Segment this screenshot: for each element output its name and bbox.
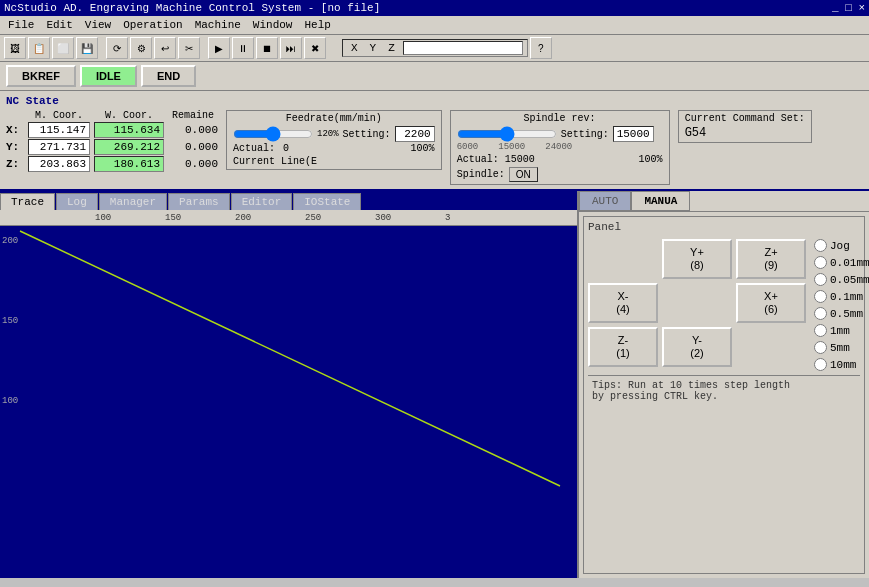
toolbar-btn-3[interactable]: ⬜ <box>52 37 74 59</box>
radio-01mm-input[interactable] <box>814 290 827 303</box>
skip-btn[interactable]: ⏭ <box>280 37 302 59</box>
pause-btn[interactable]: ⏸ <box>232 37 254 59</box>
panel-inner: Y+ (8) Z+ (9) X- (4) X+ (6) Z- (1) Y- (2… <box>588 239 860 375</box>
feedrate-actual-label: Actual: <box>233 143 275 154</box>
spindle-label-6000: 6000 <box>457 142 479 152</box>
toolbar: 🖼 📋 ⬜ 💾 ⟳ ⚙ ↩ ✂ ▶ ⏸ ⏹ ⏭ ✖ X Y Z ? <box>0 35 869 62</box>
radio-001mm[interactable]: 0.01mm <box>814 256 869 269</box>
col-header-remain: Remaine <box>168 110 218 121</box>
feedrate-actual-value: 0 <box>283 143 289 154</box>
ruler-mark-250: 250 <box>305 213 321 223</box>
radio-jog-input[interactable] <box>814 239 827 252</box>
tips-text: Tips: Run at 10 times step lengthby pres… <box>592 380 790 402</box>
radio-001mm-input[interactable] <box>814 256 827 269</box>
radio-jog[interactable]: Jog <box>814 239 869 252</box>
spindle-on-btn[interactable]: ON <box>509 167 538 182</box>
radio-5mm-input[interactable] <box>814 341 827 354</box>
feedrate-slider[interactable] <box>233 126 313 142</box>
menu-item-file[interactable]: File <box>2 17 40 33</box>
feedrate-title: Feedrate(mm/min) <box>233 113 435 124</box>
tips-section: Tips: Run at 10 times step lengthby pres… <box>588 375 860 406</box>
tab-log[interactable]: Log <box>56 193 98 210</box>
toolbar-btn-5[interactable]: ⟳ <box>106 37 128 59</box>
tab-trace[interactable]: Trace <box>0 193 55 210</box>
jog-empty-1 <box>588 239 658 279</box>
tab-params[interactable]: Params <box>168 193 230 210</box>
stop-btn[interactable]: ⏹ <box>256 37 278 59</box>
radio-10mm[interactable]: 10mm <box>814 358 869 371</box>
spindle-percent: 100% <box>639 154 663 165</box>
menu-item-help[interactable]: Help <box>298 17 336 33</box>
menu-bar: FileEditViewOperationMachineWindowHelp <box>0 16 869 35</box>
radio-01mm[interactable]: 0.1mm <box>814 290 869 303</box>
toolbar-btn-4[interactable]: 💾 <box>76 37 98 59</box>
menu-item-operation[interactable]: Operation <box>117 17 188 33</box>
menu-item-machine[interactable]: Machine <box>189 17 247 33</box>
feedrate-percent: 100% <box>411 143 435 154</box>
z-axis-label: Z: <box>6 158 24 170</box>
x-wcoor: 115.634 <box>94 122 164 138</box>
nc-state-title: NC State <box>6 95 863 107</box>
toolbar-btn-6[interactable]: ⚙ <box>130 37 152 59</box>
z-wcoor: 180.613 <box>94 156 164 172</box>
radio-5mm[interactable]: 5mm <box>814 341 869 354</box>
ruler-mark-3: 3 <box>445 213 450 223</box>
command-value: G54 <box>685 126 805 140</box>
toolbar-btn-1[interactable]: 🖼 <box>4 37 26 59</box>
help-btn[interactable]: ? <box>530 37 552 59</box>
radio-1mm[interactable]: 1mm <box>814 324 869 337</box>
tab-manager[interactable]: Manager <box>99 193 167 210</box>
col-header-mcoor: M. Coor. <box>28 110 90 121</box>
spindle-setting-value: 15000 <box>613 126 654 142</box>
radio-05mm[interactable]: 0.5mm <box>814 307 869 320</box>
feedrate-max: 120% <box>317 129 339 139</box>
menu-item-view[interactable]: View <box>79 17 117 33</box>
spindle-slider[interactable] <box>457 126 557 142</box>
z-plus-btn[interactable]: Z+ (9) <box>736 239 806 279</box>
menu-item-window[interactable]: Window <box>247 17 299 33</box>
ruler: 100 150 200 250 300 3 <box>0 210 577 226</box>
toolbar-btn-8[interactable]: ✂ <box>178 37 200 59</box>
ruler-mark-100: 100 <box>95 213 111 223</box>
clear-btn[interactable]: ✖ <box>304 37 326 59</box>
y-coord-label: Y <box>370 42 377 54</box>
y-axis-label: Y: <box>6 141 24 153</box>
tab-manual[interactable]: MANUA <box>631 191 690 211</box>
jog-empty-2 <box>662 283 732 323</box>
radio-10mm-input[interactable] <box>814 358 827 371</box>
title-bar: NcStudio AD. Engraving Machine Control S… <box>0 0 869 16</box>
current-line: Current Line(E <box>233 156 435 167</box>
tab-auto[interactable]: AUTO <box>579 191 631 211</box>
radio-005mm-input[interactable] <box>814 273 827 286</box>
spindle-label: Spindle: <box>457 169 505 180</box>
coord-input[interactable] <box>403 41 523 55</box>
end-button[interactable]: END <box>141 65 196 87</box>
x-plus-btn[interactable]: X+ (6) <box>736 283 806 323</box>
y-plus-btn[interactable]: Y+ (8) <box>662 239 732 279</box>
tab-iostate[interactable]: IOState <box>293 193 361 210</box>
radio-05mm-input[interactable] <box>814 307 827 320</box>
menu-item-edit[interactable]: Edit <box>40 17 78 33</box>
z-minus-btn[interactable]: Z- (1) <box>588 327 658 367</box>
panel-title: Panel <box>588 221 860 233</box>
bkref-button[interactable]: BKREF <box>6 65 76 87</box>
spindle-label-24000: 24000 <box>545 142 572 152</box>
x-minus-btn[interactable]: X- (4) <box>588 283 658 323</box>
trace-canvas: 200 150 100 <box>0 226 577 578</box>
feedrate-setting-label: Setting: <box>343 129 391 140</box>
x-coord-label: X <box>351 42 358 54</box>
feedrate-setting-value: 2200 <box>395 126 435 142</box>
play-btn[interactable]: ▶ <box>208 37 230 59</box>
left-panel: Trace Log Manager Params Editor IOState … <box>0 191 579 578</box>
coord-table: M. Coor. W. Coor. Remaine X: 115.147 115… <box>6 110 218 172</box>
radio-005mm[interactable]: 0.05mm <box>814 273 869 286</box>
idle-button[interactable]: IDLE <box>80 65 137 87</box>
toolbar-btn-2[interactable]: 📋 <box>28 37 50 59</box>
y-minus-btn[interactable]: Y- (2) <box>662 327 732 367</box>
jog-empty-3 <box>736 327 806 367</box>
panel-section: Panel Y+ (8) Z+ (9) X- (4) X+ (6) Z- (1)… <box>583 216 865 574</box>
toolbar-btn-7[interactable]: ↩ <box>154 37 176 59</box>
tab-editor[interactable]: Editor <box>231 193 293 210</box>
radio-1mm-input[interactable] <box>814 324 827 337</box>
jog-grid: Y+ (8) Z+ (9) X- (4) X+ (6) Z- (1) Y- (2… <box>588 239 806 367</box>
